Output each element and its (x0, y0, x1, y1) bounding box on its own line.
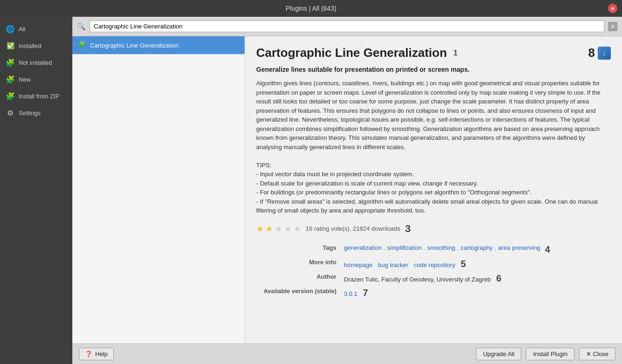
version-number: 3.0.1 (344, 290, 357, 297)
title-bar: Plugins | All (843) × (0, 0, 622, 17)
sidebar-item-label-new: New (19, 76, 31, 83)
tags-value: generalization, simplification, smoothin… (340, 242, 611, 257)
star-2: ★ (266, 224, 273, 234)
sidebar-item-label-not-installed: Not installed (19, 59, 52, 66)
sidebar: 🌐 All ✅ Installed 🧩 Not installed 🧩 New … (0, 17, 72, 364)
window-close-button[interactable]: × (608, 4, 617, 13)
help-label: Help (95, 350, 108, 357)
plugin-list-item-label: Cartographic Line Generalization (90, 42, 179, 49)
sidebar-item-install-from-zip[interactable]: 🧩 Install from ZIP (0, 88, 72, 104)
search-icon: 🔍 (77, 22, 86, 31)
stars-row: ★ ★ ★ ★ ★ 16 rating vote(s), 21824 downl… (256, 223, 611, 235)
version-label: Available version (stable) (256, 286, 340, 300)
star-5: ★ (294, 224, 301, 234)
link-code-repository[interactable]: code repository (414, 261, 455, 268)
new-icon: 🧩 (6, 75, 15, 84)
plugin-title-text: Cartographic Line Generalization (256, 46, 447, 60)
meta-table: Tags generalization, simplification, smo… (256, 242, 611, 300)
tags-number-badge: 4 (545, 244, 550, 255)
upgrade-all-label: Upgrade All (483, 350, 514, 357)
tags-list: generalization, simplification, smoothin… (344, 244, 607, 255)
plugin-number-badge: 8 (588, 46, 595, 60)
sidebar-item-not-installed[interactable]: 🧩 Not installed (0, 54, 72, 71)
more-info-number-badge: 5 (461, 259, 466, 269)
plugin-list: 🧩 Cartographic Line Generalization (72, 36, 245, 343)
search-bar: 🔍 ✕ (72, 17, 622, 36)
tag-smoothing[interactable]: smoothing (427, 244, 455, 255)
author-value: Drazen Tutic, Faculty of Geodesy, Univer… (340, 271, 611, 286)
main-container: 🌐 All ✅ Installed 🧩 Not installed 🧩 New … (0, 17, 622, 364)
plugin-install-icon[interactable]: ↓ (598, 47, 611, 60)
install-plugin-label: Install Plugin (533, 350, 567, 357)
settings-icon: ⚙ (6, 108, 15, 117)
tag-generalization[interactable]: generalization (344, 244, 382, 255)
search-input[interactable] (90, 21, 604, 32)
close-icon: × (611, 5, 615, 12)
author-row: Author Drazen Tutic, Faculty of Geodesy,… (256, 271, 611, 286)
more-info-value: homepage bug tracker code repository 5 (340, 257, 611, 271)
star-3: ★ (275, 224, 282, 234)
tags-label: Tags (256, 242, 340, 257)
window-title: Plugins | All (843) (286, 5, 336, 12)
close-button[interactable]: ✕ Close (579, 348, 615, 360)
not-installed-icon: 🧩 (6, 58, 15, 67)
upgrade-all-button[interactable]: Upgrade All (476, 348, 521, 360)
more-info-label: More info (256, 257, 340, 271)
sidebar-item-installed[interactable]: ✅ Installed (0, 37, 72, 54)
plugin-list-item-icon: 🧩 (78, 41, 86, 49)
sidebar-item-label-installed: Installed (19, 42, 41, 49)
rating-number-badge: 3 (405, 223, 411, 235)
tag-cartography[interactable]: cartography (461, 244, 493, 255)
sidebar-item-label-install-from-zip: Install from ZIP (19, 93, 59, 100)
plugin-list-item[interactable]: 🧩 Cartographic Line Generalization (72, 36, 245, 55)
link-bug-tracker[interactable]: bug tracker (378, 261, 408, 268)
plugin-detail-scroll: Cartographic Line Generalization 1 8 ↓ G… (245, 36, 622, 343)
tag-area-preserving[interactable]: area preserving (498, 244, 540, 255)
star-1: ★ (256, 224, 264, 234)
author-label: Author (256, 271, 340, 286)
plugin-description: Algorithm gives lines (contours, coastli… (256, 79, 611, 215)
version-value: 3.0.1 7 (340, 286, 611, 300)
content-area: 🧩 Cartographic Line Generalization Carto… (72, 36, 622, 343)
help-button[interactable]: ❓ Help (79, 348, 114, 360)
sidebar-item-new[interactable]: 🧩 New (0, 71, 72, 88)
sidebar-item-label-all: All (19, 26, 25, 33)
tags-row: Tags generalization, simplification, smo… (256, 242, 611, 257)
search-clear-button[interactable]: ✕ (608, 22, 617, 31)
sidebar-item-label-settings: Settings (19, 110, 41, 117)
version-row: Available version (stable) 3.0.1 7 (256, 286, 611, 300)
sidebar-item-all[interactable]: 🌐 All (0, 21, 72, 37)
tag-simplification[interactable]: simplification (387, 244, 422, 255)
install-from-zip-icon: 🧩 (6, 91, 15, 101)
rating-label: 16 rating vote(s), 21824 downloads (306, 225, 400, 232)
bottom-bar: ❓ Help Upgrade All Install Plugin ✕ Clos… (72, 343, 622, 364)
bottom-right: Upgrade All Install Plugin ✕ Close (476, 348, 615, 360)
install-plugin-button[interactable]: Install Plugin (526, 348, 574, 360)
plugin-title-row: Cartographic Line Generalization 1 8 ↓ (256, 46, 611, 60)
plugin-detail: Cartographic Line Generalization 1 8 ↓ G… (245, 36, 622, 315)
version-badge: 7 (363, 288, 368, 298)
plugin-subtitle: Generalize lines suitable for presentati… (256, 66, 611, 73)
installed-icon: ✅ (6, 41, 15, 50)
help-icon: ❓ (85, 350, 92, 357)
link-homepage[interactable]: homepage (344, 261, 372, 268)
close-icon: ✕ (586, 350, 593, 357)
bottom-left: ❓ Help (79, 348, 114, 360)
close-label: Close (593, 350, 608, 357)
right-panel: 🔍 ✕ 🧩 Cartographic Line Generalization (72, 17, 622, 364)
more-info-row: More info homepage bug tracker code repo… (256, 257, 611, 271)
author-number-badge: 6 (496, 273, 501, 283)
all-icon: 🌐 (6, 24, 15, 34)
star-4: ★ (284, 224, 292, 234)
clear-icon: ✕ (610, 23, 615, 30)
sidebar-item-settings[interactable]: ⚙ Settings (0, 104, 72, 121)
plugin-version-badge: 1 (454, 49, 458, 57)
